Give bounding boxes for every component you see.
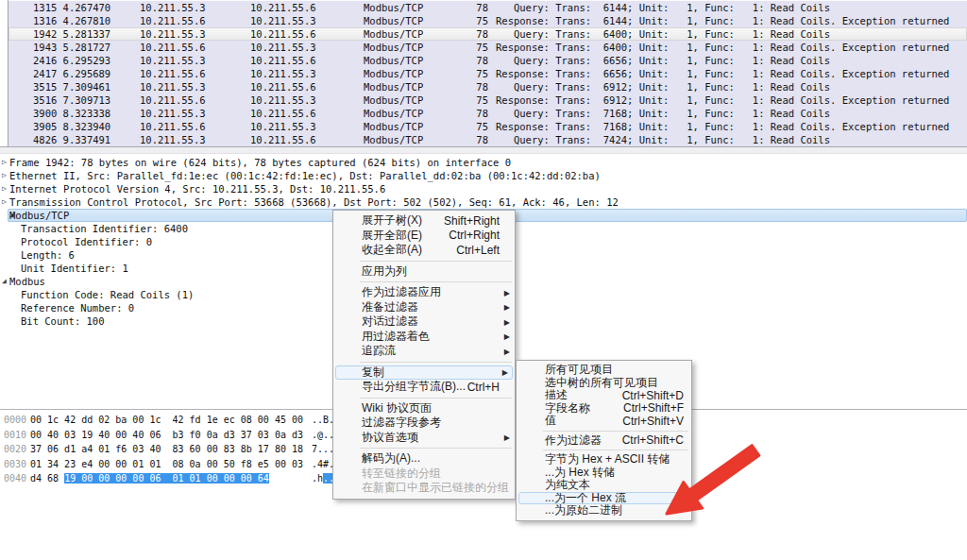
context-menu-item[interactable]: 收起全部(A)Ctrl+Left [333,243,515,258]
collapse-icon[interactable]: ◢ [2,275,7,288]
context-menu-item[interactable]: 准备过滤器▶ [333,300,515,315]
packet-col-destination: 10.211.55.3 [250,41,316,54]
detail-text: Protocol Identifier: 0 [21,235,152,248]
packet-col-length: 78 [445,80,488,93]
detail-text: Transmission Control Protocol, Src Port:… [9,195,619,209]
packet-col-source: 10.211.55.3 [140,1,206,14]
submenu-arrow-icon: ▶ [504,332,510,341]
packet-col-no-time: 2416 6.295293 [33,54,110,67]
pane-splitter[interactable] [0,146,967,154]
packet-row[interactable]: 4826 9.33749110.211.55.310.211.55.6Modbu… [8,133,967,146]
copy-submenu-item-shortcut: Ctrl+Shift+F [623,401,684,415]
packet-row[interactable]: 2416 6.29529310.211.55.310.211.55.6Modbu… [8,54,967,67]
context-menu-item[interactable]: 过滤器字段参考 [333,416,515,431]
packet-row[interactable]: 1315 4.26747010.211.55.310.211.55.6Modbu… [8,1,967,14]
packet-col-protocol: Modbus/TCP [364,54,423,67]
packet-row[interactable]: 1316 4.26781010.211.55.610.211.55.3Modbu… [8,14,967,27]
copy-submenu-item[interactable]: 作为过滤器Ctrl+Shift+C [517,434,691,448]
packet-row[interactable]: 3515 7.30946110.211.55.310.211.55.6Modbu… [8,80,967,93]
packet-col-info: Response: Trans: 6144; Unit: 1, Func: 1:… [496,14,949,27]
packet-col-no-time: 3900 8.323338 [33,107,110,120]
expand-icon[interactable]: ▷ [2,169,7,182]
expand-icon[interactable]: ▷ [2,182,7,195]
hex-bytes[interactable]: 37 06 d1 a4 01 f6 03 40 83 60 00 83 8b 1… [30,442,303,457]
detail-row[interactable]: ▷Transmission Control Protocol, Src Port… [0,195,967,209]
context-menu-item[interactable]: 导出分组字节流(B)...Ctrl+H [333,380,515,395]
copy-submenu-item[interactable]: 选中树的所有可见项目 [517,377,691,390]
context-menu-item[interactable]: 复制▶ [335,365,513,381]
copy-submenu-item[interactable]: 值Ctrl+Shift+V [517,415,691,428]
copy-submenu-item[interactable]: ...为 Hex 转储 [517,467,691,480]
detail-text: Length: 6 [21,248,75,262]
hex-bytes[interactable]: 00 1c 42 dd 02 ba 00 1c 42 fd 1e ec 08 0… [30,413,303,428]
detail-row[interactable]: ▷Internet Protocol Version 4, Src: 10.21… [0,182,967,195]
packet-row[interactable]: 1942 5.28133710.211.55.310.211.55.6Modbu… [8,27,967,41]
detail-row[interactable]: ▷Ethernet II, Src: Parallel_fd:1e:ec (00… [0,169,967,182]
hex-offset: 0010 [4,428,26,443]
packet-col-source: 10.211.55.6 [140,120,206,133]
packet-col-protocol: Modbus/TCP [364,67,423,80]
detail-text: Bit Count: 100 [21,314,105,328]
copy-submenu: 所有可见项目选中树的所有可见项目描述Ctrl+Shift+D字段名称Ctrl+S… [516,360,692,521]
context-menu-item-label: 用过滤器着色 [362,329,430,345]
context-menu-item-label: 准备过滤器 [362,299,418,315]
packet-row[interactable]: 3905 8.32394010.211.55.610.211.55.3Modbu… [8,120,967,133]
hex-bytes[interactable]: 01 34 23 e4 00 00 01 01 08 0a 00 50 f8 e… [30,457,303,472]
packet-row[interactable]: 1943 5.28172710.211.55.610.211.55.3Modbu… [8,41,967,54]
hex-bytes[interactable]: 00 40 03 19 40 00 40 06 b3 f0 0a d3 37 0… [30,428,303,443]
context-menu-item[interactable]: Wiki 协议页面 [333,401,515,416]
context-menu-item-label: 应用为列 [362,263,407,280]
packet-row[interactable]: 3900 8.32333810.211.55.310.211.55.6Modbu… [8,107,967,120]
detail-text: Modbus [9,275,45,288]
packet-col-source: 10.211.55.3 [140,27,206,41]
context-menu-separator [360,281,512,282]
context-menu-item[interactable]: 解码为(A)... [333,451,515,467]
context-menu-item[interactable]: 展开子树(X)Shift+Right [333,213,515,229]
packet-col-info: Query: Trans: 6912; Unit: 1, Func: 1: Re… [496,80,830,93]
copy-submenu-item-label: 作为过滤器 [545,433,602,449]
copy-submenu-separator [543,431,688,432]
context-menu-item-shortcut: Ctrl+Right [449,229,500,242]
submenu-arrow-icon: ▶ [504,303,510,312]
hex-ascii-plain: .h [312,473,323,484]
packet-col-source: 10.211.55.3 [140,54,206,67]
packet-row[interactable]: 3516 7.30971310.211.55.610.211.55.3Modbu… [8,93,967,107]
context-menu-item[interactable]: 追踪流▶ [333,344,515,359]
context-menu-item-label: 复制 [362,365,384,381]
copy-submenu-item-shortcut: Ctrl+Shift+C [622,433,684,447]
context-menu-item[interactable]: 对话过滤器▶ [333,314,515,330]
detail-text: Internet Protocol Version 4, Src: 10.211… [9,182,385,195]
submenu-arrow-icon: ▶ [504,347,510,355]
context-menu-item[interactable]: 展开全部(E)Ctrl+Right [333,229,515,244]
expand-icon[interactable]: ▷ [2,195,7,209]
context-menu-item-shortcut: Ctrl+H [467,381,500,394]
context-menu-item-label: 导出分组字节流(B)... [362,379,466,395]
copy-submenu-item[interactable]: 字段名称Ctrl+Shift+F [517,402,691,416]
context-menu-item-label: 追踪流 [362,343,396,359]
packet-col-destination: 10.211.55.3 [250,120,316,133]
packet-col-protocol: Modbus/TCP [364,1,423,14]
hex-bytes[interactable]: d4 68 19 00 00 00 00 06 01 01 00 00 00 6… [30,471,269,486]
hex-offset: 0030 [4,457,26,472]
context-menu-item[interactable]: 用过滤器着色▶ [333,330,515,345]
packet-col-source: 10.211.55.6 [140,14,206,27]
context-menu-item[interactable]: 作为过滤器应用▶ [333,285,515,300]
context-menu-item-label: 协议首选项 [362,430,418,446]
context-menu-item-label: 展开全部(E) [362,228,422,244]
expand-icon[interactable]: ▷ [2,156,7,169]
hex-offset: 0000 [4,413,26,428]
wireshark-window: 1315 4.26747010.211.55.310.211.55.6Modbu… [0,0,967,560]
packet-col-source: 10.211.55.6 [140,93,206,107]
packet-col-source: 10.211.55.6 [140,67,206,80]
copy-submenu-item[interactable]: ...为原始二进制 [517,504,691,518]
packet-col-length: 78 [445,27,488,41]
context-menu-item[interactable]: 协议首选项▶ [333,431,515,446]
packet-row[interactable]: 2417 6.29568910.211.55.610.211.55.3Modbu… [8,67,967,80]
packet-list: 1315 4.26747010.211.55.310.211.55.6Modbu… [8,0,967,146]
context-menu-item[interactable]: 应用为列 [333,264,515,280]
detail-row[interactable]: ▷Frame 1942: 78 bytes on wire (624 bits)… [0,156,967,169]
packet-col-no-time: 4826 9.337491 [33,133,110,146]
copy-submenu-item[interactable]: 描述Ctrl+Shift+D [517,389,691,402]
context-menu: 展开子树(X)Shift+Right展开全部(E)Ctrl+Right收起全部(… [332,210,516,500]
packet-col-destination: 10.211.55.6 [250,27,316,41]
